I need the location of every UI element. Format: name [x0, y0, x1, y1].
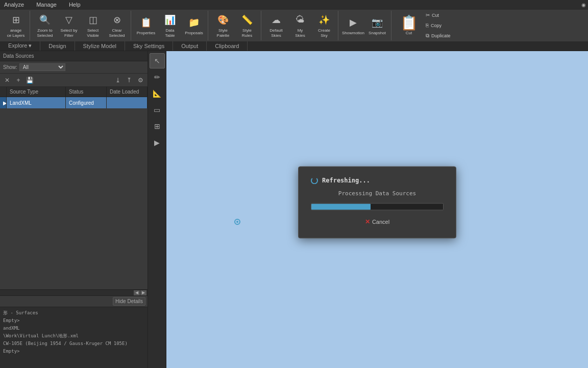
snapshot-button[interactable]: 📷 Snapshot	[365, 11, 389, 40]
toolbar-group-output: ▶ Showmotion 📷 Snapshot	[339, 11, 391, 40]
clear-icon: ⊗	[110, 13, 124, 27]
frame-tool-icon: ▭	[154, 106, 160, 114]
show-dropdown[interactable]: All Active Inactive	[19, 63, 65, 71]
paste-button[interactable]: 📋 Cut	[395, 11, 423, 40]
grid-tool-button[interactable]: ⊞	[150, 119, 165, 134]
grid-tool-icon: ⊞	[154, 122, 160, 130]
toolbar-group-clipboard: 📋 Cut ✂ Cut ⎘ Copy ⧉ Duplicate	[393, 11, 461, 40]
select-filter-button[interactable]: ▽ Select byFilter	[57, 11, 81, 40]
style-palette-button[interactable]: 🎨 StylePalette	[211, 11, 235, 40]
column-headers: Source Type Status Date Loaded	[0, 87, 148, 97]
ds-save-button[interactable]: 💾	[24, 75, 35, 85]
visible-icon: ◫	[86, 13, 100, 27]
copy-button[interactable]: ⎘ Copy	[424, 21, 459, 30]
select-tool-icon: ↖	[154, 57, 160, 65]
copy-icon: ⎘	[426, 22, 429, 28]
show-bar: Show: All Active Inactive	[0, 61, 148, 74]
ds-close-button[interactable]: ✕	[2, 75, 12, 85]
info-line: \Work\Virtual Lunch\地形.xml	[3, 332, 144, 340]
clear-selected-button[interactable]: ⊗ ClearSelected	[105, 11, 129, 40]
tool-sidebar: ↖ ✏ 📐 ▭ ⊞ ▶	[148, 51, 166, 368]
style-rules-button[interactable]: 📏 StyleRules	[235, 11, 259, 40]
scroll-left-button[interactable]: ◀	[134, 290, 140, 295]
default-skies-button[interactable]: ☁ DefaultSkies	[264, 11, 288, 40]
play-tool-icon: ▶	[154, 139, 160, 147]
menu-bar: Analyze Manage Help ◉	[0, 0, 588, 10]
tab-explore[interactable]: Explore ▾	[0, 41, 40, 51]
app-icon: ◉	[581, 2, 586, 8]
menu-manage[interactable]: Manage	[34, 1, 59, 9]
palette-icon: 🎨	[216, 13, 230, 27]
paint-tool-button[interactable]: ✏	[150, 70, 165, 85]
frame-tool-button[interactable]: ▭	[150, 102, 165, 118]
datasources-toolbar: ✕ + 💾 ⤓ ⤒ ⚙	[0, 74, 148, 87]
create-sky-icon: ✨	[317, 13, 331, 27]
properties-icon: 📋	[139, 15, 153, 30]
zoom-selected-button[interactable]: 🔍 Zoom toSelected	[33, 11, 57, 40]
col-status: Status	[66, 87, 107, 97]
progress-bar	[311, 203, 444, 210]
play-tool-button[interactable]: ▶	[150, 135, 165, 150]
tab-stylize-model[interactable]: Stylize Model	[75, 41, 125, 51]
toolbar-group-manage: ⊞ anagece Layers	[2, 11, 30, 40]
select-visible-button[interactable]: ◫ SelectVisible	[81, 11, 105, 40]
duplicate-button[interactable]: ⧉ Duplicate	[424, 31, 459, 40]
menu-analyze[interactable]: Analyze	[2, 1, 26, 9]
cut-icon: ✂	[426, 12, 430, 18]
create-sky-button[interactable]: ✨ CreateSky	[312, 11, 336, 40]
select-tool-button[interactable]: ↖	[150, 53, 165, 68]
toolbar-buttons: ⊞ anagece Layers 🔍 Zoom toSelected ▽ Sel…	[0, 10, 588, 41]
table-row[interactable]: ▶ LandXML Configured	[0, 97, 148, 108]
tab-output[interactable]: Output	[173, 41, 207, 51]
manage-layers-icon: ⊞	[9, 13, 23, 27]
col-source-type: Source Type	[7, 87, 66, 97]
cancel-button[interactable]: ✕ Cancel	[359, 216, 396, 227]
progress-bar-fill	[311, 203, 371, 210]
default-skies-icon: ☁	[269, 13, 283, 27]
ds-export-button[interactable]: ⤒	[124, 75, 134, 85]
dialog-title-text: Refreshing...	[322, 177, 370, 184]
hide-details-button[interactable]: Hide Details	[113, 297, 145, 306]
data-table-button[interactable]: 📊 DataTable	[158, 11, 182, 40]
canvas-area[interactable]: Refreshing... Processing Data Sources ✕ …	[166, 51, 588, 368]
dialog-actions: ✕ Cancel	[311, 216, 444, 227]
ds-add-button[interactable]: +	[13, 75, 23, 85]
measure-tool-icon: 📐	[153, 89, 161, 98]
menu-help[interactable]: Help	[67, 1, 83, 9]
measure-tool-button[interactable]: 📐	[150, 86, 165, 101]
paste-icon: 📋	[402, 15, 416, 30]
show-label: Show:	[3, 64, 17, 70]
loading-cursor	[234, 218, 241, 225]
manage-layers-button[interactable]: ⊞ anagece Layers	[4, 11, 28, 40]
zoom-icon: 🔍	[38, 13, 52, 27]
showmotion-icon: ▶	[346, 15, 360, 30]
dialog-subtitle: Processing Data Sources	[311, 190, 444, 197]
row-date-loaded	[107, 97, 148, 108]
bottom-info-panel: 形 - Surfaces Empty> andXML \Work\Virtual…	[0, 307, 148, 368]
proposals-button[interactable]: 📁 Proposals	[182, 11, 206, 40]
ds-settings-button[interactable]: ⚙	[135, 75, 145, 85]
showmotion-button[interactable]: ▶ Showmotion	[341, 11, 365, 40]
cancel-x-icon: ✕	[365, 218, 370, 225]
cut-button[interactable]: ✂ Cut	[424, 11, 459, 20]
hide-details-bar: Hide Details	[0, 295, 148, 307]
toolbar-group-stylize: 🎨 StylePalette 📏 StyleRules	[209, 11, 261, 40]
duplicate-icon: ⧉	[426, 33, 429, 39]
row-status: Configured	[66, 97, 107, 108]
toolbar-group-design: 📋 Properties 📊 DataTable 📁 Proposals	[132, 11, 208, 40]
tab-design[interactable]: Design	[40, 41, 75, 51]
my-skies-button[interactable]: 🌤 MySkies	[288, 11, 312, 40]
properties-button[interactable]: 📋 Properties	[134, 11, 158, 40]
my-skies-icon: 🌤	[293, 13, 307, 27]
tab-clipboard[interactable]: Clipboard	[207, 41, 248, 51]
toolbar: Analyze Manage Help ◉ ⊞ anagece Layers 🔍…	[0, 0, 588, 51]
data-table-icon: 📊	[163, 13, 177, 27]
scroll-right-button[interactable]: ▶	[140, 290, 146, 295]
info-line: Empty>	[3, 317, 144, 325]
main-area: Data Sources Show: All Active Inactive ✕…	[0, 51, 588, 368]
ds-import-button[interactable]: ⤓	[113, 75, 123, 85]
toolbar-tabs: Explore ▾ Design Stylize Model Sky Setti…	[0, 41, 588, 51]
info-line: andXML	[3, 325, 144, 332]
toolbar-group-explore: 🔍 Zoom toSelected ▽ Select byFilter ◫ Se…	[31, 11, 131, 40]
tab-sky-settings[interactable]: Sky Settings	[125, 41, 173, 51]
